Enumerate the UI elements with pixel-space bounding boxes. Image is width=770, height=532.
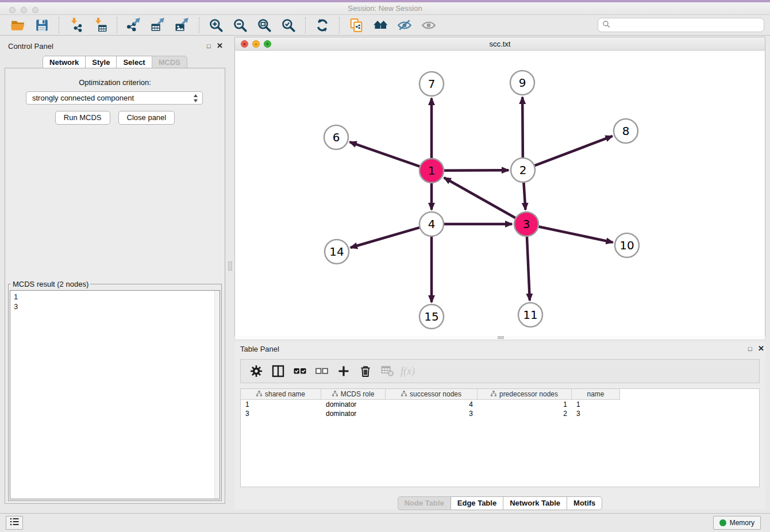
mcds-result-text[interactable]: 1 3	[10, 290, 220, 499]
search-box[interactable]	[598, 18, 764, 32]
column-header-name[interactable]: name	[572, 389, 620, 400]
network-window-titlebar[interactable]: × − + scc.txt	[234, 37, 765, 51]
graph-edge-4-14[interactable]	[351, 228, 419, 248]
svg-text:8: 8	[622, 124, 630, 138]
application-window: Session: New Session Control Panel □ ✕ N…	[0, 0, 770, 532]
graph-edge-1-6[interactable]	[350, 142, 420, 166]
toolbar-separator	[199, 17, 199, 33]
graph-edge-3-1[interactable]	[444, 178, 515, 218]
refresh-icon[interactable]	[314, 17, 331, 34]
table-cell[interactable]: dominator	[321, 400, 386, 409]
open-icon[interactable]	[9, 17, 26, 34]
graph-node-11[interactable]: 11	[518, 303, 542, 327]
export-image-icon[interactable]	[174, 17, 191, 34]
add-icon[interactable]	[335, 363, 352, 380]
select-all-icon[interactable]	[291, 363, 309, 380]
tab-edge-table[interactable]: Edge Table	[451, 496, 503, 510]
column-header-predecessor-nodes[interactable]: predecessor nodes	[478, 389, 572, 400]
graph-node-4[interactable]: 4	[419, 212, 444, 236]
svg-text:9: 9	[519, 76, 526, 90]
columns-icon[interactable]	[270, 363, 287, 380]
table-row[interactable]: 1dominator411	[241, 400, 759, 409]
table-cell[interactable]: 2	[478, 409, 572, 418]
result-scrollbar[interactable]	[214, 291, 220, 499]
zoom-selected-icon[interactable]	[280, 17, 297, 34]
svg-text:7: 7	[428, 77, 436, 91]
splitter-grip[interactable]	[228, 261, 232, 271]
import-network-icon[interactable]	[67, 17, 84, 34]
export-table-icon[interactable]	[149, 17, 167, 34]
table-cell[interactable]: 1	[241, 400, 321, 409]
graph-node-6[interactable]: 6	[324, 125, 348, 149]
graph-edge-2-8[interactable]	[535, 136, 613, 165]
list-icon	[9, 516, 20, 530]
memory-status-icon	[719, 519, 726, 526]
column-header-successor-nodes[interactable]: successor nodes	[386, 389, 478, 400]
tab-network-table[interactable]: Network Table	[503, 496, 567, 510]
graph-edge-3-11[interactable]	[527, 237, 530, 300]
network-resize-grip[interactable]	[498, 336, 504, 339]
graph-node-10[interactable]: 10	[615, 233, 639, 257]
table-float-icon[interactable]: □	[748, 345, 752, 352]
svg-text:2: 2	[519, 163, 527, 177]
graph-node-9[interactable]: 9	[510, 71, 534, 95]
settings-icon[interactable]	[248, 363, 265, 380]
table-cell[interactable]: 1	[572, 400, 620, 409]
close-panel-button[interactable]: Close panel	[118, 111, 175, 125]
network-canvas[interactable]: 1234678910111415	[234, 51, 765, 336]
delete-table-icon	[379, 363, 396, 380]
graph-node-2[interactable]: 2	[511, 158, 535, 182]
task-history-button[interactable]	[6, 516, 23, 530]
zoom-fit-icon[interactable]	[256, 17, 273, 34]
optimization-criterion-label: Optimization criterion:	[5, 78, 225, 87]
show-details-icon[interactable]	[420, 17, 437, 34]
float-panel-icon[interactable]: □	[207, 43, 211, 49]
export-network-icon[interactable]	[125, 17, 143, 34]
memory-button[interactable]: Memory	[713, 516, 761, 530]
network-graph[interactable]: 1234678910111415	[235, 51, 766, 336]
table-cell[interactable]: 1	[478, 400, 572, 409]
graph-node-8[interactable]: 8	[614, 119, 638, 143]
home-icon[interactable]	[372, 17, 389, 34]
graph-edge-3-10[interactable]	[539, 227, 613, 242]
table-cell[interactable]: 3	[241, 409, 321, 418]
table-cell[interactable]: dominator	[321, 409, 386, 418]
chevron-updown-icon	[193, 94, 198, 105]
criterion-value: strongly connected component	[32, 94, 134, 102]
graph-node-1[interactable]: 1	[419, 159, 444, 183]
node-table[interactable]: shared nameMCDS rolesuccessor nodesprede…	[240, 388, 760, 487]
search-icon	[602, 20, 610, 30]
mcds-panel: Optimization criterion: strongly connect…	[5, 68, 225, 504]
table-cell[interactable]: 3	[386, 409, 478, 418]
search-input[interactable]	[613, 21, 764, 29]
tab-motifs[interactable]: Motifs	[567, 496, 602, 510]
graph-node-14[interactable]: 14	[325, 240, 349, 264]
run-mcds-button[interactable]: Run MCDS	[55, 111, 110, 125]
svg-text:10: 10	[619, 238, 634, 252]
select-none-icon[interactable]	[313, 363, 330, 380]
table-row[interactable]: 3dominator323	[241, 409, 759, 418]
save-icon[interactable]	[33, 17, 51, 34]
graph-edge-2-3[interactable]	[523, 183, 525, 210]
hide-details-icon[interactable]	[396, 17, 413, 34]
column-header-shared-name[interactable]: shared name	[241, 389, 321, 400]
table-cell[interactable]: 3	[572, 409, 620, 418]
svg-text:6: 6	[333, 130, 340, 144]
delete-icon[interactable]	[357, 363, 374, 380]
criterion-dropdown[interactable]: strongly connected component	[26, 91, 203, 105]
svg-text:1: 1	[428, 164, 436, 178]
graph-edge-1-2[interactable]	[444, 170, 509, 171]
column-header-MCDS-role[interactable]: MCDS role	[321, 389, 386, 400]
graph-edge-2-9[interactable]	[522, 97, 523, 157]
close-panel-icon[interactable]: ✕	[217, 41, 223, 50]
import-table-icon[interactable]	[91, 17, 109, 34]
graph-node-15[interactable]: 15	[419, 304, 444, 329]
zoom-out-icon[interactable]	[232, 17, 249, 34]
table-cell[interactable]: 4	[386, 400, 478, 409]
zoom-in-icon[interactable]	[207, 17, 225, 34]
graph-node-7[interactable]: 7	[419, 72, 444, 96]
graph-node-3[interactable]: 3	[514, 212, 538, 236]
tab-node-table[interactable]: Node Table	[398, 496, 451, 510]
table-close-icon[interactable]: ✕	[758, 344, 764, 353]
clone-network-icon[interactable]	[348, 17, 365, 34]
